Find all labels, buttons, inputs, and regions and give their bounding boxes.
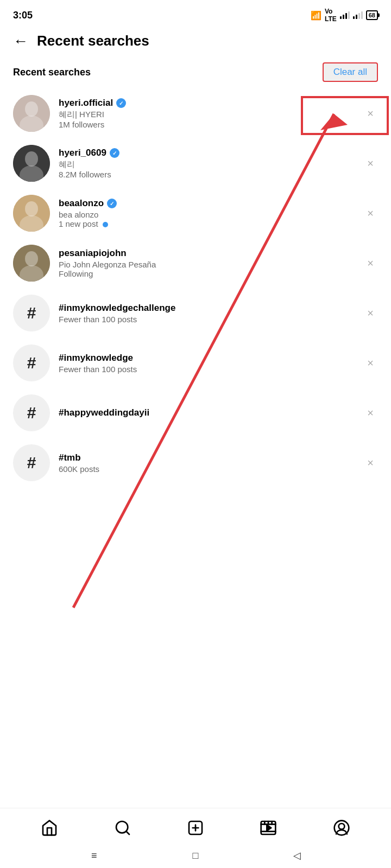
new-post-dot	[103, 222, 108, 227]
status-bar: 3:05 📶 VoLTE 68	[0, 0, 391, 28]
section-header: Recent searches Clear all	[0, 58, 391, 88]
verified-badge	[107, 199, 117, 208]
user-followers: 8.2M followers	[59, 170, 354, 179]
search-item[interactable]: ##inmyknowledgechallengeFewer than 100 p…	[0, 288, 391, 338]
hashtag-name: #inmyknowledge	[59, 353, 354, 363]
search-item[interactable]: ##happyweddingdayii×	[0, 388, 391, 438]
sys-home-button[interactable]: □	[185, 850, 206, 861]
sys-back-button[interactable]: ◁	[286, 850, 308, 861]
user-info: pesaniapiojohnPio John Alegonza PesañaFo…	[59, 248, 354, 278]
hashtag-info: #inmyknowledgechallengeFewer than 100 po…	[59, 303, 354, 324]
hashtag-info: #happyweddingdayii	[59, 407, 354, 418]
username: pesaniapiojohn	[59, 248, 354, 259]
hashtag-icon: #	[13, 344, 50, 381]
search-item[interactable]: hyeri_0609혜리8.2M followers×	[0, 138, 391, 188]
user-followers: Following	[59, 269, 354, 278]
battery-icon: 68	[366, 10, 378, 20]
svg-line-16	[126, 831, 129, 834]
remove-button[interactable]: ×	[363, 155, 378, 172]
remove-button[interactable]: ×	[363, 405, 378, 422]
svg-point-1	[25, 101, 38, 117]
nav-reels[interactable]	[253, 816, 283, 840]
signal-bars-2	[353, 11, 363, 19]
user-display-name: bea alonzo	[59, 210, 354, 219]
hashtag-info: #tmb600K posts	[59, 452, 354, 474]
username: beaalonzo	[59, 198, 354, 209]
user-info: hyeri_0609혜리8.2M followers	[59, 148, 354, 179]
avatar	[13, 245, 50, 282]
hashtag-name: #tmb	[59, 452, 354, 463]
avatar	[13, 195, 50, 232]
username: hyeri.official	[59, 98, 354, 108]
signal-bars	[340, 11, 350, 19]
user-info: hyeri.official혜리| HYERI1M followers	[59, 98, 354, 129]
verified-badge	[110, 148, 119, 158]
nav-icons-row	[0, 808, 391, 845]
search-item[interactable]: ##inmyknowledgeFewer than 100 posts×	[0, 338, 391, 388]
header: ← Recent searches	[0, 28, 391, 58]
hashtag-post-count: Fewer than 100 posts	[59, 365, 354, 374]
hashtag-info: #inmyknowledgeFewer than 100 posts	[59, 353, 354, 374]
search-list: hyeri.official혜리| HYERI1M followers× hye…	[0, 88, 391, 488]
remove-button[interactable]: ×	[363, 205, 378, 222]
username: hyeri_0609	[59, 148, 354, 158]
hashtag-icon: #	[13, 394, 50, 431]
verified-badge	[116, 98, 126, 108]
home-icon	[41, 819, 58, 837]
clear-all-button[interactable]: Clear all	[323, 62, 378, 82]
nav-profile[interactable]	[326, 816, 357, 840]
svg-marker-21	[267, 825, 272, 831]
hashtag-name: #inmyknowledgechallenge	[59, 303, 354, 314]
avatar	[13, 145, 50, 182]
sys-menu-button[interactable]: ≡	[83, 850, 105, 861]
nav-home[interactable]	[34, 816, 65, 840]
status-icons: 📶 VoLTE 68	[311, 8, 378, 23]
reels-icon	[260, 819, 277, 837]
remove-button[interactable]: ×	[363, 455, 378, 471]
search-icon	[114, 819, 131, 837]
search-item[interactable]: beaalonzobea alonzo1 new post ×	[0, 188, 391, 238]
remove-button[interactable]: ×	[363, 355, 378, 372]
nav-add[interactable]	[180, 816, 211, 840]
wifi-icon: 📶	[311, 10, 321, 21]
hashtag-name: #happyweddingdayii	[59, 407, 354, 418]
remove-button[interactable]: ×	[363, 105, 378, 122]
hashtag-post-count: Fewer than 100 posts	[59, 315, 354, 324]
user-display-name: Pio John Alegonza Pesaña	[59, 260, 354, 269]
avatar	[13, 95, 50, 132]
remove-button[interactable]: ×	[363, 255, 378, 272]
back-button[interactable]: ←	[13, 34, 28, 49]
user-info: beaalonzobea alonzo1 new post	[59, 198, 354, 228]
user-display-name: 혜리| HYERI	[59, 110, 354, 120]
svg-point-28	[338, 824, 344, 829]
bottom-nav: ≡ □ ◁	[0, 808, 391, 868]
add-icon	[187, 819, 204, 837]
vo-lte-icon: VoLTE	[325, 8, 337, 23]
user-followers: 1M followers	[59, 120, 354, 129]
hashtag-icon: #	[13, 295, 50, 331]
svg-point-10	[25, 251, 38, 266]
hashtag-post-count: 600K posts	[59, 464, 354, 474]
page-title: Recent searches	[37, 33, 149, 49]
remove-button[interactable]: ×	[363, 305, 378, 322]
sys-nav-row: ≡ □ ◁	[0, 845, 391, 868]
nav-search[interactable]	[108, 816, 138, 840]
user-followers: 1 new post	[59, 219, 354, 228]
search-item[interactable]: ##tmb600K posts×	[0, 438, 391, 488]
section-title: Recent searches	[13, 67, 91, 78]
svg-point-4	[25, 151, 38, 167]
search-item[interactable]: hyeri.official혜리| HYERI1M followers×	[0, 88, 391, 138]
search-item[interactable]: pesaniapiojohnPio John Alegonza PesañaFo…	[0, 238, 391, 288]
svg-point-7	[25, 201, 38, 216]
profile-icon	[333, 819, 350, 837]
hashtag-icon: #	[13, 444, 50, 481]
user-display-name: 혜리	[59, 159, 354, 170]
status-time: 3:05	[13, 10, 33, 21]
